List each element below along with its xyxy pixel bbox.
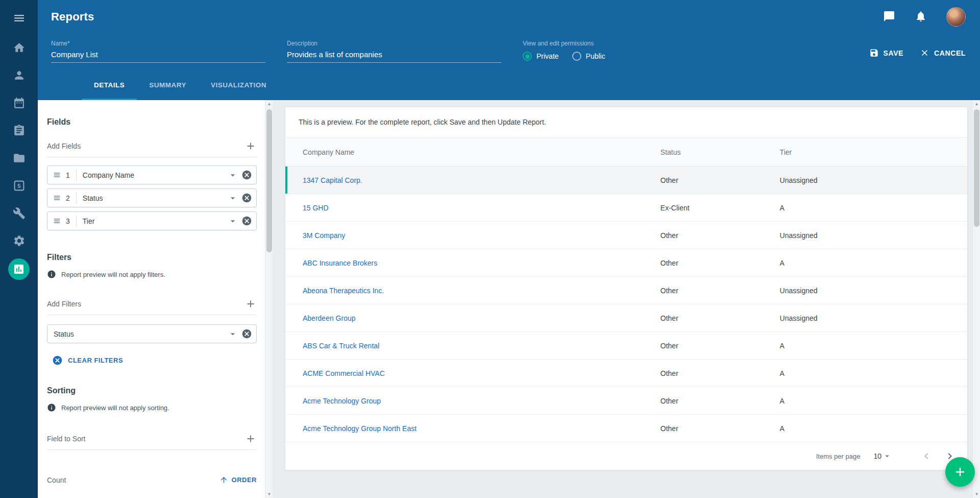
nav-tools[interactable] xyxy=(0,200,38,228)
panel-scrollbar[interactable]: ▲ ▼ xyxy=(265,100,273,498)
cancel-button[interactable]: CANCEL xyxy=(920,48,966,58)
company-link[interactable]: Acme Technology Group North East xyxy=(303,424,416,433)
radio-public[interactable]: Public xyxy=(572,52,605,61)
page-scrollbar[interactable]: ▲ ▼ xyxy=(972,100,980,498)
previous-page-button[interactable] xyxy=(920,450,933,462)
scrollbar-thumb[interactable] xyxy=(974,109,979,227)
company-link[interactable]: ABC Insurance Brokers xyxy=(303,259,377,267)
table-row: ABS Car & Truck Rental Other A xyxy=(285,332,967,360)
drag-handle-icon[interactable] xyxy=(53,217,61,225)
company-link[interactable]: ACME Commercial HVAC xyxy=(303,369,385,377)
radio-public-label: Public xyxy=(586,52,605,60)
filter-pill-status[interactable]: Status xyxy=(47,324,257,343)
report-header: Reports Name* Company List De xyxy=(38,0,980,100)
company-link[interactable]: Aberdeen Group xyxy=(303,314,356,322)
company-link[interactable]: 3M Company xyxy=(303,231,345,240)
field-pill-tier[interactable]: 3 Tier xyxy=(47,211,257,230)
status-cell: Other xyxy=(660,167,780,194)
sorting-note: Report preview will not apply sorting. xyxy=(61,404,169,412)
tab-details[interactable]: DETAILS xyxy=(82,72,137,100)
add-filters-button[interactable] xyxy=(244,298,257,310)
tier-cell: Unassigned xyxy=(780,167,967,194)
page-size-select[interactable]: 10 xyxy=(873,452,892,461)
nav-reports-active[interactable] xyxy=(0,255,38,283)
status-cell: Other xyxy=(660,277,780,304)
field-index: 1 xyxy=(66,171,70,179)
notifications-button[interactable] xyxy=(915,10,928,23)
company-link[interactable]: ABS Car & Truck Rental xyxy=(303,342,379,350)
arrow-up-icon xyxy=(219,476,228,484)
close-icon xyxy=(920,48,929,58)
nav-contacts[interactable] xyxy=(0,62,38,90)
radio-private-circle xyxy=(523,52,532,61)
nav-filter-5[interactable]: 5 xyxy=(0,173,38,200)
nav-documents[interactable] xyxy=(0,145,38,173)
scroll-up-arrow[interactable]: ▲ xyxy=(973,100,980,108)
drag-handle-icon[interactable] xyxy=(53,171,61,179)
permissions-label: View and edit permissions xyxy=(523,40,605,47)
report-builder-panel: Fields Add Fields 1 Company Name xyxy=(38,100,273,498)
info-icon xyxy=(47,403,56,412)
chevron-down-icon[interactable] xyxy=(228,170,238,180)
nav-tasks[interactable] xyxy=(0,117,38,145)
app-root: 5 Reports xyxy=(0,0,980,498)
scrollbar-thumb[interactable] xyxy=(266,109,272,252)
field-label: Tier xyxy=(83,217,228,225)
chevron-down-icon[interactable] xyxy=(228,216,238,226)
nav-settings[interactable] xyxy=(0,228,38,255)
add-fields-label: Add Fields xyxy=(47,142,81,150)
add-filters-row: Add Filters xyxy=(47,298,257,315)
page-title: Reports xyxy=(51,10,94,23)
radio-private[interactable]: Private xyxy=(523,52,559,61)
description-input[interactable]: Provides a list of companies xyxy=(287,50,501,63)
nav-calendar[interactable] xyxy=(0,90,38,117)
chat-button[interactable] xyxy=(883,10,896,23)
remove-field-button[interactable] xyxy=(241,170,252,180)
company-link[interactable]: 15 GHD xyxy=(303,204,329,212)
tier-cell: Unassigned xyxy=(780,304,967,332)
plus-icon xyxy=(245,433,256,444)
add-sort-field-button[interactable] xyxy=(244,433,257,445)
add-report-fab[interactable] xyxy=(945,457,975,487)
table-row: Acme Technology Group North East Other A xyxy=(285,415,967,442)
field-pill-status[interactable]: 2 Status xyxy=(47,188,257,207)
add-fields-button[interactable] xyxy=(244,140,257,152)
clear-circle-icon xyxy=(52,355,63,366)
tab-summary[interactable]: SUMMARY xyxy=(137,72,199,100)
status-cell: Other xyxy=(660,332,780,360)
add-filters-label: Add Filters xyxy=(47,300,81,308)
hamburger-menu-button[interactable] xyxy=(0,7,38,31)
remove-field-button[interactable] xyxy=(241,216,252,226)
reports-chart-icon xyxy=(8,258,30,280)
radio-private-label: Private xyxy=(536,52,559,60)
tier-cell: Unassigned xyxy=(780,222,967,249)
table-row: ABC Insurance Brokers Other A xyxy=(285,249,967,277)
table-row: Acme Technology Group Other A xyxy=(285,387,967,415)
tier-cell: A xyxy=(780,194,967,222)
clear-filters-button[interactable]: CLEAR FILTERS xyxy=(52,355,257,366)
preview-notice: This is a preview. For the complete repo… xyxy=(285,107,967,137)
scroll-down-arrow[interactable]: ▼ xyxy=(973,490,980,498)
filters-note: Report preview will not apply filters. xyxy=(61,271,165,278)
status-cell: Ex-Client xyxy=(660,194,780,222)
remove-filter-button[interactable] xyxy=(241,328,252,339)
order-button[interactable]: ORDER xyxy=(219,476,257,484)
scroll-up-arrow[interactable]: ▲ xyxy=(265,100,273,108)
company-link[interactable]: Abeona Therapeutics Inc. xyxy=(303,287,384,295)
table-footer: Items per page 10 xyxy=(285,442,967,470)
tab-visualization[interactable]: VISUALIZATION xyxy=(199,72,279,100)
clipboard-icon xyxy=(13,124,26,139)
scroll-down-arrow[interactable]: ▼ xyxy=(265,490,273,498)
chevron-down-icon[interactable] xyxy=(228,329,238,339)
filter-label: Status xyxy=(54,330,228,338)
field-pill-company-name[interactable]: 1 Company Name xyxy=(47,165,257,184)
remove-field-button[interactable] xyxy=(241,193,252,203)
user-avatar[interactable] xyxy=(946,7,966,27)
company-link[interactable]: 1347 Capital Corp. xyxy=(303,176,362,184)
drag-handle-icon[interactable] xyxy=(53,194,61,202)
save-button[interactable]: SAVE xyxy=(869,48,904,58)
name-input[interactable]: Company List xyxy=(51,50,265,63)
nav-home[interactable] xyxy=(0,35,38,62)
company-link[interactable]: Acme Technology Group xyxy=(303,397,381,405)
chevron-down-icon[interactable] xyxy=(228,193,238,203)
